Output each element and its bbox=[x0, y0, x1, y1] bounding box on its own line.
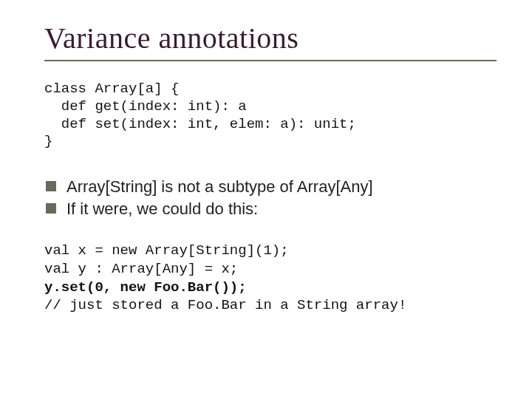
bullet-text: If it were, we could do this: bbox=[66, 200, 258, 218]
code-line-bold: y.set(0, new Foo.Bar()); bbox=[44, 279, 247, 296]
bullet-list: Array[String] is not a subtype of Array[… bbox=[44, 176, 497, 219]
code-line: def set(index: int, elem: a): unit; bbox=[44, 116, 356, 132]
square-bullet-icon bbox=[46, 203, 56, 214]
code-block-1: class Array[a] { def get(index: int): a … bbox=[44, 81, 497, 151]
code-block-2: val x = new Array[String](1); val y : Ar… bbox=[44, 242, 497, 315]
slide: Variance annotations class Array[a] { de… bbox=[0, 0, 532, 399]
code-line: val x = new Array[String](1); bbox=[44, 242, 289, 259]
bullet-text: Array[String] is not a subtype of Array[… bbox=[66, 177, 373, 196]
square-bullet-icon bbox=[46, 181, 56, 191]
code-line: def get(index: int): a bbox=[44, 98, 247, 115]
bullet-item: If it were, we could do this: bbox=[44, 198, 497, 220]
code-line: } bbox=[44, 133, 52, 149]
slide-title: Variance annotations bbox=[44, 21, 497, 55]
bullet-item: Array[String] is not a subtype of Array[… bbox=[44, 176, 497, 198]
code-line: val y : Array[Any] = x; bbox=[44, 261, 238, 277]
code-line: class Array[a] { bbox=[44, 81, 179, 97]
code-line: // just stored a Foo.Bar in a String arr… bbox=[44, 297, 406, 313]
title-underline bbox=[44, 60, 497, 61]
